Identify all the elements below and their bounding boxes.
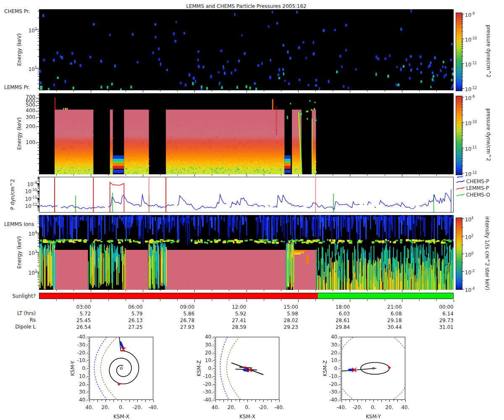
orbit-xaxis-label: KSM-X: [109, 413, 134, 420]
chems-ytick: 101: [19, 65, 37, 71]
lt-row-label: LT (hrs): [0, 310, 36, 316]
orbit-xtick: 20.: [97, 404, 114, 411]
dipole-value: 28.59: [217, 324, 247, 331]
lemms-ions-spectrogram-canvas: [39, 215, 454, 290]
orbit-xtick: 40.: [207, 404, 224, 411]
legend-label: LEMMS-P: [466, 185, 489, 192]
lt-value: 6.08: [373, 310, 402, 317]
rs-value: 29.73: [424, 317, 454, 324]
panel-lemms-label: LEMMS Pr.: [4, 84, 30, 90]
orbit-yaxis-label: KSM-Y: [69, 361, 76, 376]
orbit-xtick: 0.: [239, 404, 256, 411]
orbit-ytick: -40.: [323, 396, 339, 403]
page-title: LEMMS and CHEMS Particle Pressures 2005:…: [39, 3, 454, 9]
lt-value: 5.92: [217, 310, 247, 317]
orbit-yaxis-label: KSM-Z: [322, 360, 328, 376]
colorbar-mid-tick: 10-9: [465, 94, 475, 100]
colorbar-intensity-tick: 10-2: [465, 268, 475, 275]
time-tick-label: 09:00: [165, 304, 194, 310]
sunlight-day-segment: [39, 293, 318, 299]
legend-line-sample: [456, 185, 465, 192]
orbit-xtick: -40.: [271, 404, 288, 411]
rs-value: 27.41: [217, 317, 247, 324]
orbit-ytick: -20.: [71, 349, 87, 356]
orbit-ytick: 40.: [197, 333, 213, 340]
rs-value: 26.78: [165, 317, 194, 324]
sunlight-row-label: Sunlight?: [0, 293, 36, 299]
orbit-plot-xz-canvas: [215, 337, 279, 400]
lt-value: 6.14: [424, 310, 454, 317]
rs-value: 25.45: [61, 317, 91, 324]
colorbar-mid-tick: 10-12: [465, 170, 477, 176]
chems-ytick: 102: [19, 26, 37, 33]
colorbar-mid-tick: 10-10: [465, 119, 477, 126]
ions-ytick: 103: [19, 249, 37, 255]
ions-ytick: 102: [19, 268, 37, 275]
sunlight-bar: [39, 293, 454, 299]
orbit-xtick: 0.: [365, 404, 382, 411]
orbit-ytick: 20.: [197, 349, 213, 356]
orbit-xtick: 40.: [397, 404, 414, 411]
pressure-y-axis-label: P dyn/cm^2: [10, 179, 16, 210]
orbit-xtick: -40.: [145, 404, 162, 411]
ions-ytick: 104: [19, 229, 37, 236]
orbit-ytick: -30.: [323, 388, 339, 395]
colorbar-top-label: pressure dyne/cm^2: [486, 25, 491, 77]
colorbar-mid-label: pressure dyne/cm^2: [486, 108, 491, 161]
orbit-ytick: -40.: [197, 396, 213, 403]
orbit-xtick: -20.: [129, 404, 146, 411]
legend-line-sample: [456, 192, 465, 199]
lemms-ytick: 100.: [19, 139, 37, 146]
orbit-ytick: -20.: [197, 381, 213, 388]
colorbar-mid-tick: 10-11: [465, 144, 477, 151]
panel-chems-label: CHEMS Pr.: [4, 8, 30, 14]
colorbar-top-tick: 10-9: [465, 10, 475, 17]
orbit-xtick: 20.: [381, 404, 398, 411]
colorbar-intensity-tick: 104: [465, 215, 473, 222]
dipole-value: 29.23: [269, 324, 298, 331]
dipole-value: 27.25: [113, 324, 143, 331]
time-tick-label: 15:00: [269, 304, 298, 310]
lt-value: 5.98: [269, 310, 298, 317]
time-tick-label: 00:00: [424, 304, 454, 310]
legend-label: CHEMS-O: [466, 192, 490, 198]
lt-value: 5.86: [165, 310, 194, 317]
rs-row-label: Rs: [0, 317, 36, 323]
lemms-ytick: 200.: [19, 123, 37, 130]
colorbar-intensity-label: intensity 1/(s cm^2 ster keV): [484, 216, 490, 290]
chems-spectrogram-canvas: [39, 9, 454, 90]
orbit-ytick: -20.: [323, 381, 339, 388]
colorbar-intensity-tick: 102: [465, 233, 473, 239]
lt-value: 5.72: [61, 310, 91, 317]
time-tick-label: 12:00: [217, 304, 247, 310]
orbit-ytick: 30.: [323, 341, 339, 348]
legend-clipped-mark: [457, 173, 463, 180]
orbit-xtick: 0.: [113, 404, 130, 411]
colorbar-top-tick: 10-12: [465, 85, 477, 92]
colorbar-top-tick: 10-10: [465, 35, 477, 42]
pressure-ytick: 10-11: [19, 194, 37, 201]
rs-value: 29.18: [373, 317, 402, 324]
colorbar-intensity: [456, 218, 462, 290]
orbit-xaxis-label: KSM-Y: [361, 413, 386, 420]
colorbar-pressure-top: [456, 13, 462, 91]
sunlight-shadow-segment: [318, 293, 453, 299]
lemms-spectrogram-canvas: [39, 93, 454, 174]
pressure-lineplot-canvas: [39, 177, 454, 213]
legend-label: CHEMS-P: [466, 178, 489, 185]
colorbar-pressure-mid: [456, 96, 462, 175]
dipole-value: 29.84: [320, 324, 350, 331]
panel-lemms-ions-label: LEMMS Ions: [4, 221, 34, 227]
lt-value: 5.79: [113, 310, 143, 317]
orbit-xtick: -20.: [349, 404, 366, 411]
dipole-value: 26.54: [61, 324, 91, 331]
pressure-ytick: 10-9: [19, 180, 37, 186]
lemms-ytick: 400.: [19, 107, 37, 114]
orbit-yaxis-label: KSM-Z: [196, 360, 202, 376]
orbit-ytick: -30.: [71, 341, 87, 348]
orbit-ytick: 40.: [71, 396, 87, 403]
orbit-plot-yz-canvas: [341, 337, 405, 400]
lt-value: 6.03: [320, 310, 350, 317]
colorbar-intensity-tick: 10-4: [465, 286, 475, 292]
dipole-value: 31.01: [424, 324, 454, 331]
